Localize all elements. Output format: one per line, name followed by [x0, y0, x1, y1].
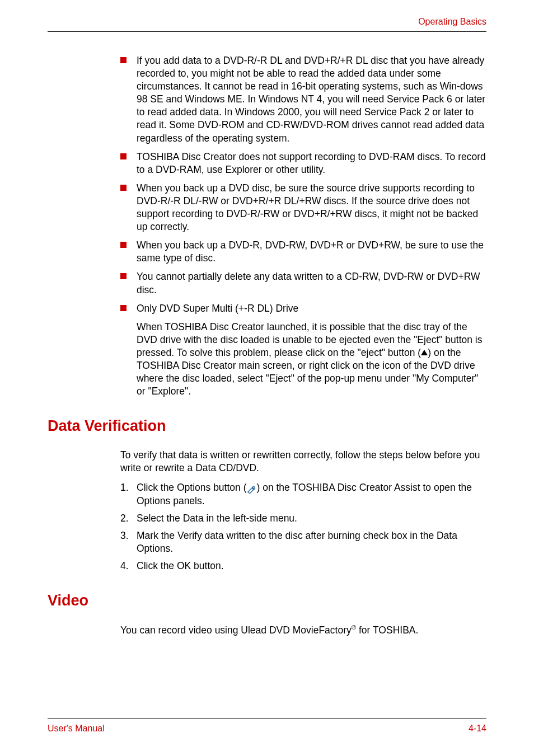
data-verification-intro: To verify that data is written or rewrit…	[120, 449, 486, 475]
step-number: 4.	[120, 560, 137, 572]
step-number: 2.	[120, 512, 137, 525]
square-bullet-icon	[120, 305, 127, 311]
heading-data-verification: Data Verification	[48, 417, 486, 435]
footer-left: User's Manual	[48, 724, 105, 734]
step-number: 1.	[120, 481, 137, 494]
heading-video: Video	[48, 592, 486, 609]
list-item: If you add data to a DVD-R/-R DL and DVD…	[120, 54, 486, 145]
registered-trademark-icon: ®	[352, 624, 356, 631]
text-segment: Click the Options button (	[137, 482, 246, 493]
header-section-label: Operating Basics	[48, 17, 486, 27]
list-item: 3. Mark the Verify data written to the d…	[120, 529, 486, 555]
list-item: 4. Click the OK button.	[120, 560, 486, 572]
step-text: Click the Options button () on the TOSHI…	[137, 481, 486, 507]
list-item: Only DVD Super Multi (+-R DL) Drive	[120, 302, 486, 315]
square-bullet-icon	[120, 153, 127, 159]
list-item: 1. Click the Options button () on the TO…	[120, 481, 486, 507]
bullet-text: If you add data to a DVD-R/-R DL and DVD…	[137, 54, 486, 145]
bullet-text: You cannot partially delete any data wri…	[137, 270, 486, 296]
list-item: When you back up a DVD disc, be sure the…	[120, 182, 486, 233]
header-rule	[48, 31, 486, 32]
square-bullet-icon	[120, 273, 127, 279]
list-item: When you back up a DVD-R, DVD-RW, DVD+R …	[120, 239, 486, 265]
square-bullet-icon	[120, 185, 127, 191]
text-segment: You can record video using Ulead DVD Mov…	[120, 624, 352, 636]
numbered-list: 1. Click the Options button () on the TO…	[120, 481, 486, 572]
bullet-list: If you add data to a DVD-R/-R DL and DVD…	[120, 54, 486, 315]
square-bullet-icon	[120, 242, 127, 248]
text-segment: for TOSHIBA.	[356, 624, 418, 636]
bullet-text: When you back up a DVD-R, DVD-RW, DVD+R …	[137, 239, 486, 265]
step-number: 3.	[120, 529, 137, 542]
eject-triangle-icon	[421, 350, 428, 355]
list-item: You cannot partially delete any data wri…	[120, 270, 486, 296]
bullet-text: When you back up a DVD disc, be sure the…	[137, 182, 486, 233]
step-text: Click the OK button.	[137, 560, 224, 572]
square-bullet-icon	[120, 57, 127, 63]
footer-rule	[48, 719, 486, 719]
page-footer: User's Manual 4-14	[48, 719, 486, 734]
step-text: Select the Data in the left-side menu.	[137, 512, 297, 525]
video-body: You can record video using Ulead DVD Mov…	[120, 623, 486, 637]
options-wrench-icon	[246, 484, 256, 492]
bullet-text: TOSHIBA Disc Creator does not support re…	[137, 151, 486, 176]
bullet-text: Only DVD Super Multi (+-R DL) Drive	[137, 302, 298, 315]
list-item: 2. Select the Data in the left-side menu…	[120, 512, 486, 525]
bullet-continuation-text: When TOSHIBA Disc Creator launched, it i…	[137, 321, 486, 398]
footer-page-number: 4-14	[469, 724, 486, 734]
list-item: TOSHIBA Disc Creator does not support re…	[120, 151, 486, 176]
step-text: Mark the Verify data written to the disc…	[137, 529, 486, 555]
